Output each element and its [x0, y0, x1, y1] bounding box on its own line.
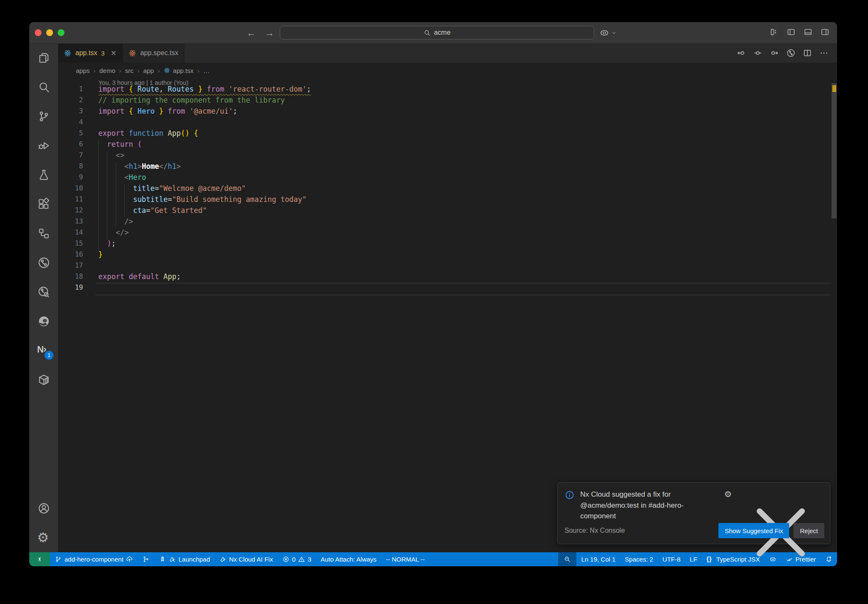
code-line-8: <h1>Home</h1> — [98, 162, 181, 173]
branch-icon — [55, 556, 62, 563]
line-number-9: 9 — [58, 173, 83, 184]
indent-guide — [124, 206, 125, 217]
activity-extensions[interactable] — [29, 190, 58, 219]
activity-edge-devtools[interactable] — [29, 307, 58, 336]
indent-guide — [107, 184, 107, 195]
breadcrumb-item-app.tsx[interactable]: app.tsx — [164, 67, 193, 74]
editor-scrollbar[interactable] — [831, 78, 837, 552]
statusbar-vim-mode[interactable]: -- NORMAL -- — [381, 552, 429, 566]
command-center-search[interactable]: acme — [280, 26, 594, 39]
current-line-highlight — [95, 283, 831, 295]
statusbar-text: 3 — [308, 556, 311, 563]
screen-background: { "titlebar": { "search_value": "acme", … — [0, 0, 868, 604]
edge-icon — [37, 315, 50, 328]
react-icon — [164, 67, 170, 74]
beaker-icon — [37, 168, 50, 182]
chevron-down-icon[interactable] — [611, 30, 617, 36]
code-line-14: </> — [98, 228, 129, 239]
statusbar-remote-indicator[interactable] — [29, 552, 50, 566]
remote-icon — [36, 556, 43, 563]
hierarchy-icon — [37, 227, 50, 240]
zoom-window-button[interactable] — [58, 29, 64, 36]
minimize-window-button[interactable] — [46, 29, 53, 36]
previous-change-button[interactable] — [737, 48, 746, 58]
current-change-button[interactable] — [753, 48, 762, 58]
more-actions-button[interactable] — [819, 48, 829, 58]
line-number-19: 19 — [58, 283, 83, 294]
customize-layout-button[interactable] — [770, 28, 779, 38]
code-line-12: cta="Get Started" — [98, 206, 207, 217]
statusbar-git-branch[interactable]: add-hero-component — [50, 552, 138, 566]
line-number-15: 15 — [58, 239, 83, 250]
line-number-5: 5 — [58, 129, 83, 140]
extensions-icon — [37, 198, 50, 211]
statusbar-text: 0 — [292, 556, 295, 563]
activity-explorer[interactable] — [29, 43, 58, 73]
activity-gitlens-inspect[interactable] — [29, 277, 58, 307]
indent-guide — [107, 195, 107, 206]
tab-app.tsx[interactable]: app.tsx 3 — [58, 43, 123, 63]
activity-source-control[interactable] — [29, 102, 58, 131]
activity-settings[interactable]: ⚙ — [29, 523, 58, 552]
indent-guide — [98, 217, 99, 228]
show-suggested-fix-button[interactable]: Show Suggested Fix — [718, 523, 790, 538]
indent-guide — [98, 206, 99, 217]
navigate-back-button[interactable]: ← — [246, 27, 256, 39]
statusbar-gitlens-launchpad[interactable]: Launchpad — [154, 552, 214, 566]
code-line-13: /> — [98, 217, 133, 228]
code-line-15: ); — [98, 239, 116, 250]
breadcrumb-item-…[interactable]: … — [203, 67, 209, 74]
statusbar-auto-attach[interactable]: Auto Attach: Always — [316, 552, 381, 566]
activity-remote-explorer[interactable] — [29, 219, 58, 248]
warning-icon — [298, 556, 305, 563]
toggle-primary-sidebar-button[interactable] — [787, 28, 796, 38]
line-number-7: 7 — [58, 151, 83, 162]
nx-badge: 1 — [44, 350, 54, 360]
code-line-18: export default App; — [98, 272, 181, 283]
activity-search[interactable] — [29, 73, 58, 102]
problems-badge: 3 — [101, 50, 105, 57]
close-tab-icon[interactable] — [110, 50, 117, 56]
close-window-button[interactable] — [35, 29, 42, 36]
activity-containers[interactable] — [29, 365, 58, 394]
indent-guide — [116, 162, 116, 173]
customize-layout-icon — [770, 28, 779, 36]
activity-gitlens[interactable] — [29, 248, 58, 277]
scrollbar-slider[interactable] — [832, 83, 837, 218]
line-number-12: 12 — [58, 206, 83, 217]
split-editor-button[interactable] — [803, 48, 812, 58]
react-icon — [64, 49, 72, 57]
breadcrumb-item-apps[interactable]: apps — [76, 67, 90, 74]
breadcrumb-item-demo[interactable]: demo — [100, 67, 116, 74]
indent-guide — [107, 206, 107, 217]
code-editor[interactable]: You, 3 hours ago | 1 author (You) 1impor… — [58, 78, 831, 552]
tab-app.spec.tsx[interactable]: app.spec.tsx — [123, 43, 184, 63]
notification-settings-gear-icon[interactable]: ⚙ — [724, 490, 732, 498]
line-number-8: 8 — [58, 162, 83, 173]
chevron-right-icon: › — [94, 67, 96, 74]
cloud-upload-icon — [126, 556, 133, 563]
activity-run-and-debug[interactable] — [29, 131, 58, 160]
copilot-icon[interactable] — [599, 28, 609, 38]
reject-button[interactable]: Reject — [793, 523, 824, 538]
activity-accounts[interactable] — [29, 494, 58, 523]
breadcrumb-item-app[interactable]: app — [143, 67, 154, 74]
next-change-button[interactable] — [770, 48, 779, 58]
statusbar-problems[interactable]: 03 — [278, 552, 316, 566]
line-number-6: 6 — [58, 140, 83, 151]
statusbar-text: Nx Cloud AI Fix — [229, 556, 273, 563]
breadcrumb: apps›demo›src›app›app.tsx›… — [58, 63, 831, 78]
toggle-secondary-sidebar-button[interactable] — [821, 28, 829, 38]
statusbar-nx-cloud-ai-fix[interactable]: Nx Cloud AI Fix — [215, 552, 278, 566]
vscode-window: ← → acme N›1⚙ app.tsx 3 app.spec.tsx app… — [29, 22, 837, 566]
activity-nx-console[interactable]: N›1 — [29, 336, 58, 365]
activity-testing[interactable] — [29, 160, 58, 190]
navigate-forward-button[interactable]: → — [264, 27, 274, 39]
gitlens-graph-button[interactable] — [786, 48, 796, 58]
breadcrumb-item-src[interactable]: src — [125, 67, 134, 74]
toggle-panel-button[interactable] — [804, 28, 812, 38]
line-number-17: 17 — [58, 261, 83, 272]
line-number-18: 18 — [58, 272, 83, 283]
statusbar-commit-graph[interactable] — [138, 552, 154, 566]
indent-guide — [124, 195, 125, 206]
